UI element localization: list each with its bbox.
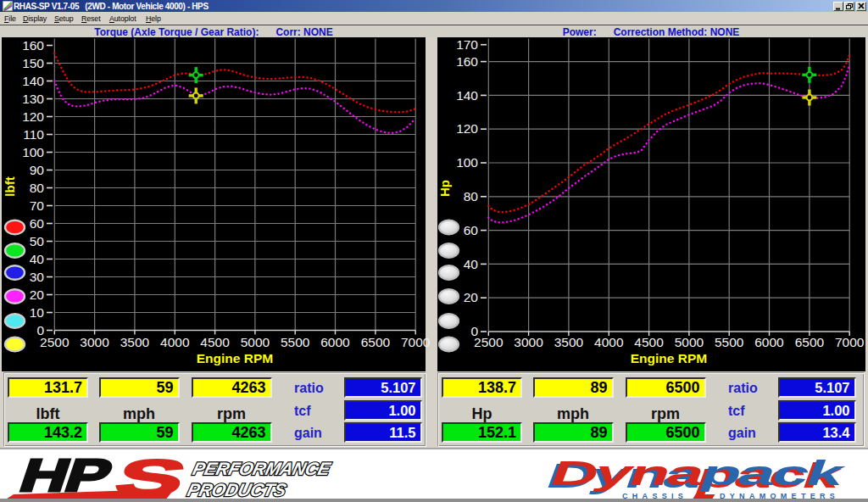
- svg-text:2500: 2500: [40, 335, 70, 349]
- svg-text:40: 40: [464, 257, 479, 271]
- svg-text:140: 140: [456, 88, 478, 103]
- svg-text:5500: 5500: [281, 335, 310, 349]
- svg-text:5000: 5000: [241, 335, 270, 349]
- svg-text:60: 60: [464, 223, 479, 237]
- svg-text:PERFORMANCE: PERFORMANCE: [191, 459, 333, 479]
- svg-text:Engine RPM: Engine RPM: [631, 351, 707, 365]
- svg-text:3500: 3500: [554, 335, 584, 349]
- svg-text:80: 80: [30, 181, 45, 195]
- svg-text:110: 110: [23, 127, 44, 142]
- svg-text:50: 50: [30, 234, 45, 248]
- svg-text:PRODUCTS: PRODUCTS: [186, 480, 288, 500]
- svg-text:lbft: lbft: [3, 176, 17, 196]
- svg-text:40: 40: [30, 252, 45, 266]
- svg-text:4000: 4000: [160, 335, 190, 349]
- svg-text:30: 30: [30, 270, 45, 284]
- svg-text:5000: 5000: [675, 335, 704, 349]
- svg-text:120: 120: [22, 109, 44, 124]
- svg-text:3000: 3000: [514, 335, 543, 349]
- svg-text:6000: 6000: [320, 335, 350, 349]
- svg-text:80: 80: [464, 189, 479, 204]
- svg-text:20: 20: [464, 290, 479, 304]
- svg-text:6000: 6000: [754, 335, 784, 349]
- svg-text:160: 160: [22, 38, 44, 53]
- svg-text:90: 90: [30, 163, 45, 177]
- svg-text:10: 10: [30, 305, 45, 320]
- svg-text:3500: 3500: [120, 335, 150, 349]
- svg-text:4500: 4500: [634, 335, 664, 349]
- svg-text:Hp: Hp: [437, 180, 452, 197]
- svg-text:7000: 7000: [401, 335, 431, 349]
- svg-text:3000: 3000: [80, 335, 109, 349]
- svg-text:7000: 7000: [835, 335, 865, 349]
- svg-text:4000: 4000: [594, 335, 624, 349]
- svg-text:20: 20: [30, 287, 45, 302]
- svg-text:6500: 6500: [361, 335, 391, 349]
- svg-text:Engine RPM: Engine RPM: [197, 351, 273, 365]
- svg-text:160: 160: [456, 54, 478, 69]
- svg-text:70: 70: [30, 198, 45, 213]
- svg-text:150: 150: [22, 56, 44, 70]
- svg-text:120: 120: [456, 121, 478, 136]
- svg-text:100: 100: [456, 155, 478, 170]
- svg-text:130: 130: [22, 92, 44, 106]
- svg-text:6500: 6500: [795, 335, 825, 349]
- svg-text:170: 170: [456, 37, 478, 52]
- svg-text:140: 140: [22, 74, 44, 88]
- svg-text:5500: 5500: [715, 335, 744, 349]
- svg-text:2500: 2500: [474, 335, 504, 349]
- svg-text:60: 60: [30, 216, 45, 231]
- svg-text:100: 100: [22, 145, 44, 159]
- svg-text:4500: 4500: [200, 335, 230, 349]
